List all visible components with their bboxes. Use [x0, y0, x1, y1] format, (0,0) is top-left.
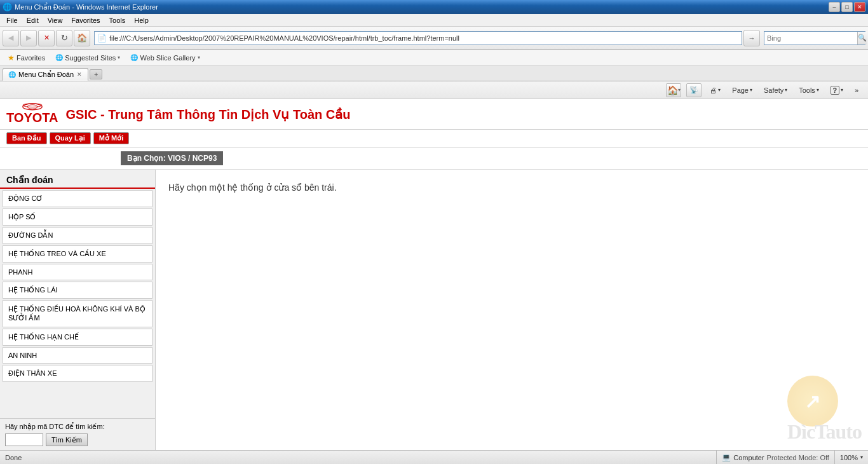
- menu-help[interactable]: Help: [130, 15, 153, 25]
- watermark: ↗ DìcTauto: [787, 376, 862, 444]
- feeds-icon: 📡: [689, 86, 698, 94]
- sidebar-item-hvac[interactable]: HỆ THỐNG ĐIỀU HOÀ KHÔNG KHÍ VÀ BỘ SƯỞI Ấ…: [3, 300, 153, 327]
- ie-toolbar: 🏠 ▾ 📡 🖨 ▾ Page ▾ Safety ▾ Tools ▾ ? ▾ »: [0, 81, 868, 99]
- favorites-button[interactable]: ★ Favorites: [5, 52, 48, 64]
- web-slice-icon: 🌐: [130, 54, 138, 61]
- web-slice-label: Web Slice Gallery: [140, 54, 195, 62]
- suggested-sites-item[interactable]: 🌐 Suggested Sites ▾: [53, 53, 123, 63]
- watermark-text: DìcTauto: [787, 420, 862, 444]
- search-input[interactable]: [764, 32, 857, 44]
- status-bar: Done 💻 Computer Protected Mode: Off 100%…: [0, 450, 868, 464]
- tab-close-button[interactable]: ✕: [76, 71, 83, 78]
- sidebar-item-restraint[interactable]: HỆ THỐNG HẠN CHẾ: [3, 329, 153, 346]
- active-tab[interactable]: 🌐 Menu Chẩn Đoán ✕: [3, 68, 88, 81]
- dtc-section: Hãy nhập mã DTC để tìm kiếm: Tìm Kiếm: [0, 418, 155, 450]
- sidebar-item-engine[interactable]: ĐỘNG CƠ: [3, 190, 153, 207]
- dtc-input[interactable]: [5, 433, 43, 446]
- address-bar-container: 📄 file:///C:/Users/Admin/Desktop/2007%20…: [94, 30, 760, 46]
- address-text: file:///C:/Users/Admin/Desktop/2007%20RE…: [109, 34, 459, 42]
- main-layout: Chẩn đoán ĐỘNG CƠ HỘP SỐ ĐƯỜNG DẪN HỆ TH…: [0, 170, 868, 450]
- tab-bar: 🌐 Menu Chẩn Đoán ✕ +: [0, 66, 868, 81]
- star-icon: ★: [8, 53, 15, 62]
- toolbar-safety-button[interactable]: Safety ▾: [759, 85, 792, 96]
- nav-bar: ◀ ▶ ✕ ↻ 🏠 📄 file:///C:/Users/Admin/Deskt…: [0, 27, 868, 50]
- back-button[interactable]: ◀: [3, 30, 19, 46]
- toyota-logo: TOYOTA: [6, 103, 58, 125]
- protected-mode: Protected Mode: Off: [767, 454, 829, 461]
- sidebar-item-body-electric[interactable]: ĐIỆN THÂN XE: [3, 365, 153, 382]
- maximize-button[interactable]: □: [841, 2, 853, 12]
- address-bar[interactable]: 📄 file:///C:/Users/Admin/Desktop/2007%20…: [94, 31, 742, 45]
- dtc-search-button[interactable]: Tìm Kiếm: [46, 433, 88, 446]
- toyota-oval-svg: [13, 103, 51, 111]
- page-chevron-icon: ▾: [750, 87, 752, 93]
- menu-edit[interactable]: Edit: [23, 15, 43, 25]
- dtc-label: Hãy nhập mã DTC để tìm kiếm:: [5, 423, 150, 431]
- title-bar-controls[interactable]: – □ ✕: [829, 2, 865, 12]
- home-button[interactable]: 🏠: [74, 30, 90, 46]
- sidebar: Chẩn đoán ĐỘNG CƠ HỘP SỐ ĐƯỜNG DẪN HỆ TH…: [0, 170, 156, 450]
- tab-icon: 🌐: [8, 71, 16, 78]
- new-action-button[interactable]: Mở Mới: [93, 132, 129, 144]
- menu-tools[interactable]: Tools: [105, 15, 130, 25]
- favorites-bar: ★ Favorites 🌐 Suggested Sites ▾ 🌐 Web Sl…: [0, 50, 868, 66]
- web-slice-gallery-item[interactable]: 🌐 Web Slice Gallery ▾: [128, 53, 202, 63]
- toolbar-help-button[interactable]: ? ▾: [826, 84, 848, 97]
- title-bar-left: 🌐 Menu Chẩn Đoán - Windows Internet Expl…: [3, 3, 158, 11]
- minimize-button[interactable]: –: [829, 2, 840, 12]
- refresh-button[interactable]: ↻: [56, 30, 72, 46]
- window-title: Menu Chẩn Đoán - Windows Internet Explor…: [15, 3, 158, 11]
- ie-small-icon: 🌐: [55, 54, 63, 61]
- button-row: Ban Đầu Quay Lại Mở Mới: [0, 130, 868, 147]
- toolbar-feeds-button[interactable]: 📡: [686, 83, 702, 97]
- zoom-chevron-icon: ▾: [860, 454, 863, 460]
- print-chevron-icon: ▾: [718, 87, 721, 93]
- right-content: Hãy chọn một hệ thống ở cửa sổ bên trái.…: [156, 170, 868, 450]
- menu-file[interactable]: File: [3, 15, 22, 25]
- forward-button[interactable]: ▶: [20, 30, 37, 46]
- toolbar-page-button[interactable]: Page ▾: [728, 85, 757, 96]
- stop-button[interactable]: ✕: [38, 30, 55, 46]
- toolbar-print-button[interactable]: 🖨 ▾: [705, 85, 725, 96]
- page-main-title: GSIC - Trung Tâm Thông Tin Dịch Vụ Toàn …: [65, 107, 350, 122]
- status-right: 💻 Computer Protected Mode: Off 100% ▾: [716, 451, 868, 465]
- browser-content: TOYOTA GSIC - Trung Tâm Thông Tin Dịch V…: [0, 99, 868, 450]
- favorites-label: Favorites: [17, 54, 45, 62]
- selection-bar: Bạn Chọn: VIOS / NCP93: [121, 151, 223, 165]
- safety-label: Safety: [764, 86, 783, 94]
- sidebar-item-driveline[interactable]: ĐƯỜNG DẪN: [3, 227, 153, 244]
- sidebar-item-steering[interactable]: HỆ THỐNG LÁI: [3, 282, 153, 299]
- computer-icon: 💻: [722, 453, 731, 461]
- home-chevron-icon: ▾: [678, 87, 681, 93]
- zoom-status[interactable]: 100% ▾: [834, 451, 868, 465]
- search-container: 🔍: [764, 31, 865, 45]
- menu-view[interactable]: View: [44, 15, 67, 25]
- home-action-button[interactable]: Ban Đầu: [6, 132, 47, 144]
- sidebar-item-suspension[interactable]: HỆ THỐNG TREO VÀ CẦU XE: [3, 245, 153, 263]
- toolbar-home-button[interactable]: 🏠 ▾: [666, 83, 681, 97]
- help-icon: ?: [831, 86, 839, 95]
- menu-favorites[interactable]: Favorites: [67, 15, 104, 25]
- safety-chevron-icon: ▾: [785, 87, 787, 93]
- help-chevron-icon: ▾: [841, 87, 843, 93]
- sidebar-item-security[interactable]: AN NINH: [3, 347, 153, 364]
- toolbar-tools-button[interactable]: Tools ▾: [794, 85, 824, 96]
- sidebar-item-gearbox[interactable]: HỘP SỐ: [3, 208, 153, 226]
- suggested-chevron-icon: ▾: [118, 55, 120, 60]
- close-button[interactable]: ✕: [854, 2, 865, 12]
- zoom-label: 100%: [840, 454, 858, 461]
- go-button[interactable]: →: [743, 30, 760, 46]
- sidebar-title: Chẩn đoán: [0, 170, 155, 189]
- back-action-button[interactable]: Quay Lại: [50, 132, 91, 144]
- toolbar-extra-button[interactable]: »: [850, 85, 863, 96]
- status-text: Done: [0, 454, 716, 461]
- watermark-arrow-icon: ↗: [804, 390, 820, 413]
- tools-label: Tools: [799, 86, 815, 94]
- page-icon: 📄: [97, 34, 107, 43]
- page-label: Page: [732, 86, 749, 94]
- new-tab-button[interactable]: +: [90, 69, 102, 79]
- search-button[interactable]: 🔍: [857, 32, 867, 44]
- computer-label: Computer: [733, 454, 764, 461]
- sidebar-list: ĐỘNG CƠ HỘP SỐ ĐƯỜNG DẪN HỆ THỐNG TREO V…: [0, 189, 155, 418]
- sidebar-item-brake[interactable]: PHANH: [3, 264, 153, 280]
